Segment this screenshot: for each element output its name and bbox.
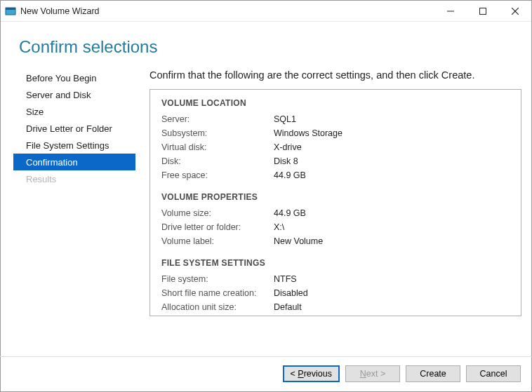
value-drive-letter: X:\ — [274, 220, 284, 234]
value-disk: Disk 8 — [274, 154, 298, 168]
row-server: Server:SQL1 — [161, 112, 510, 126]
main-panel: Confirm that the following are the corre… — [135, 67, 521, 316]
row-disk: Disk:Disk 8 — [161, 154, 510, 168]
section-header-properties: VOLUME PROPERTIES — [161, 192, 510, 202]
create-button[interactable]: Create — [406, 365, 460, 382]
row-allocation-unit: Allocation unit size:Default — [161, 300, 510, 314]
label-drive-letter: Drive letter or folder: — [161, 220, 274, 234]
page-title: Confirm selections — [1, 22, 531, 62]
svg-rect-3 — [480, 8, 486, 14]
sidebar-item-label: Server and Disk — [26, 90, 91, 100]
sidebar-item-confirmation[interactable]: Confirmation — [13, 154, 135, 170]
maximize-button[interactable] — [467, 1, 499, 22]
section-header-location: VOLUME LOCATION — [161, 98, 510, 108]
sidebar-item-file-system-settings[interactable]: File System Settings — [13, 137, 135, 154]
close-button[interactable] — [499, 1, 531, 22]
sidebar-item-results: Results — [13, 170, 135, 187]
value-file-system: NTFS — [274, 272, 297, 286]
label-subsystem: Subsystem: — [161, 126, 274, 140]
next-button: Next > — [345, 365, 400, 382]
section-header-filesystem: FILE SYSTEM SETTINGS — [161, 258, 510, 268]
row-short-file-name: Short file name creation:Disabled — [161, 286, 510, 300]
confirmation-details: VOLUME LOCATION Server:SQL1 Subsystem:Wi… — [149, 89, 521, 316]
label-free-space: Free space: — [161, 168, 274, 182]
instruction-text: Confirm that the following are the corre… — [149, 69, 521, 81]
label-volume-label: Volume label: — [161, 234, 274, 248]
label-server: Server: — [161, 112, 274, 126]
value-short-file-name: Disabled — [274, 286, 308, 300]
wizard-button-row: < Previous Next > Create Cancel — [283, 365, 521, 382]
value-volume-size: 44.9 GB — [274, 206, 306, 220]
row-volume-size: Volume size:44.9 GB — [161, 206, 510, 220]
value-subsystem: Windows Storage — [274, 126, 343, 140]
previous-button[interactable]: < Previous — [283, 365, 340, 382]
sidebar-item-label: Drive Letter or Folder — [26, 123, 112, 134]
label-volume-size: Volume size: — [161, 206, 274, 220]
row-file-system: File system:NTFS — [161, 272, 510, 286]
row-volume-label: Volume label:New Volume — [161, 234, 510, 248]
window-title: New Volume Wizard — [20, 6, 100, 16]
button-separator — [0, 356, 532, 357]
label-file-system: File system: — [161, 272, 274, 286]
sidebar-item-label: File System Settings — [26, 140, 109, 151]
sidebar-item-label: Before You Begin — [26, 73, 96, 83]
app-icon — [5, 6, 16, 17]
wizard-steps-sidebar: Before You Begin Server and Disk Size Dr… — [13, 67, 135, 316]
label-disk: Disk: — [161, 154, 274, 168]
label-short-file-name: Short file name creation: — [161, 286, 274, 300]
titlebar: New Volume Wizard — [1, 1, 531, 22]
row-virtual-disk: Virtual disk:X-drive — [161, 140, 510, 154]
value-allocation-unit: Default — [274, 300, 302, 314]
label-virtual-disk: Virtual disk: — [161, 140, 274, 154]
sidebar-item-size[interactable]: Size — [13, 103, 135, 120]
svg-rect-1 — [6, 8, 15, 10]
row-subsystem: Subsystem:Windows Storage — [161, 126, 510, 140]
sidebar-item-server-and-disk[interactable]: Server and Disk — [13, 86, 135, 103]
label-allocation-unit: Allocation unit size: — [161, 300, 274, 314]
value-server: SQL1 — [274, 112, 296, 126]
sidebar-item-before-you-begin[interactable]: Before You Begin — [13, 69, 135, 86]
sidebar-item-drive-letter[interactable]: Drive Letter or Folder — [13, 120, 135, 137]
sidebar-item-label: Confirmation — [26, 157, 78, 168]
minimize-button[interactable] — [434, 1, 467, 22]
row-drive-letter: Drive letter or folder:X:\ — [161, 220, 510, 234]
cancel-button[interactable]: Cancel — [466, 365, 521, 382]
sidebar-item-label: Results — [26, 174, 56, 184]
value-free-space: 44.9 GB — [274, 168, 306, 182]
row-free-space: Free space:44.9 GB — [161, 168, 510, 182]
sidebar-item-label: Size — [26, 107, 44, 117]
value-volume-label: New Volume — [274, 234, 323, 248]
value-virtual-disk: X-drive — [274, 140, 302, 154]
